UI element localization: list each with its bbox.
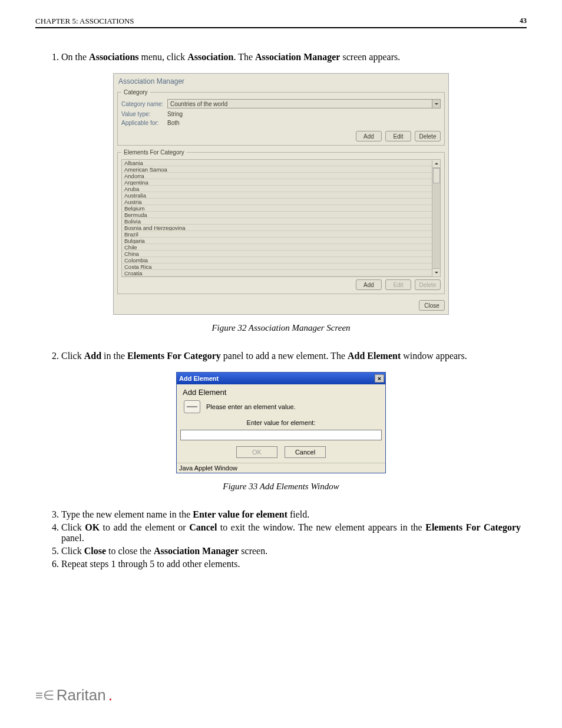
ae-prompt: Enter value for element: — [180, 419, 382, 430]
list-item[interactable]: Andorra — [122, 173, 440, 179]
category-name-label: Category name: — [121, 101, 167, 107]
elements-add-button[interactable]: Add — [356, 279, 382, 290]
list-item[interactable]: Chile — [122, 244, 440, 251]
chevron-down-icon[interactable] — [432, 100, 440, 108]
category-legend: Category — [121, 89, 150, 95]
elements-list[interactable]: AlbaniaAmerican SamoaAndorraArgentinaAru… — [121, 159, 441, 277]
list-item[interactable]: Belgium — [122, 205, 440, 212]
list-item[interactable]: Argentina — [122, 179, 440, 186]
step-5: Click Close to close the Association Man… — [61, 546, 521, 556]
applicable-for-value: Both — [167, 120, 180, 126]
list-item[interactable]: Aruba — [122, 186, 440, 192]
brand-text: Raritan — [57, 686, 106, 704]
association-manager-window: Association Manager Category Category na… — [113, 73, 449, 315]
category-edit-button[interactable]: Edit — [385, 131, 411, 141]
step-3: Type the new element name in the Enter v… — [61, 509, 521, 520]
element-value-input[interactable] — [180, 430, 382, 440]
list-item[interactable]: Brazil — [122, 231, 440, 238]
am-title: Association Manager — [117, 77, 445, 89]
scroll-up-icon[interactable] — [432, 160, 441, 168]
close-icon[interactable]: × — [375, 374, 384, 383]
list-item[interactable]: Bulgaria — [122, 238, 440, 244]
value-type-label: Value type: — [121, 111, 167, 117]
category-delete-button[interactable]: Delete — [415, 131, 441, 141]
ae-title: Add Element — [179, 375, 219, 382]
ok-button[interactable]: OK — [236, 446, 277, 458]
list-item[interactable]: Australia — [122, 192, 440, 199]
step-2: Click Add in the Elements For Category p… — [61, 351, 521, 361]
cancel-button[interactable]: Cancel — [285, 446, 326, 458]
step-1: On the Associations menu, click Associat… — [61, 52, 521, 62]
category-add-button[interactable]: Add — [356, 131, 382, 141]
step-4: Click OK to add the element or Cancel to… — [61, 522, 521, 543]
ae-message: Please enter an element value. — [206, 403, 296, 410]
header-page-number: 43 — [520, 17, 527, 26]
list-item[interactable]: American Samoa — [122, 166, 440, 173]
scroll-down-icon[interactable] — [432, 268, 441, 276]
step-6: Repeat steps 1 through 5 to add other el… — [61, 559, 521, 569]
list-item[interactable]: China — [122, 251, 440, 257]
figure-32-caption: Figure 32 Association Manager Screen — [41, 323, 521, 333]
ae-status: Java Applet Window — [177, 463, 385, 473]
list-item[interactable]: Costa Rica — [122, 263, 440, 270]
list-item[interactable]: Austria — [122, 199, 440, 205]
applicable-for-label: Applicable for: — [121, 120, 167, 126]
elements-group: Elements For Category AlbaniaAmerican Sa… — [117, 149, 445, 294]
page-header: CHAPTER 5: ASSOCIATIONS 43 — [35, 17, 527, 28]
elements-legend: Elements For Category — [121, 149, 187, 156]
header-chapter: CHAPTER 5: ASSOCIATIONS — [35, 17, 134, 26]
list-item[interactable]: Albania — [122, 160, 440, 166]
list-item[interactable]: Croatia — [122, 270, 440, 276]
category-name-select[interactable]: Countries of the world — [167, 99, 441, 108]
list-item[interactable]: Bosnia and Herzegovina — [122, 225, 440, 231]
value-type-value: String — [167, 111, 183, 117]
scroll-thumb[interactable] — [433, 168, 440, 183]
brand-icon: ≡∈ — [35, 689, 54, 702]
ae-subtitle: Add Element — [180, 387, 382, 400]
list-item[interactable]: Colombia — [122, 257, 440, 263]
figure-33-caption: Figure 33 Add Elements Window — [41, 482, 521, 492]
close-button[interactable]: Close — [419, 300, 445, 311]
list-item[interactable]: Bermuda — [122, 212, 440, 218]
dialog-icon — [184, 400, 200, 413]
ae-titlebar: Add Element × — [177, 373, 385, 384]
list-item[interactable]: Bolivia — [122, 218, 440, 225]
add-element-window: Add Element × Add Element Please enter a… — [176, 372, 386, 473]
elements-edit-button[interactable]: Edit — [385, 279, 411, 290]
scrollbar[interactable] — [432, 160, 440, 276]
list-item[interactable]: Cuba — [122, 276, 440, 277]
brand-logo: ≡∈ Raritan. — [35, 686, 113, 704]
elements-delete-button[interactable]: Delete — [415, 279, 441, 290]
category-group: Category Category name: Countries of the… — [117, 89, 445, 146]
